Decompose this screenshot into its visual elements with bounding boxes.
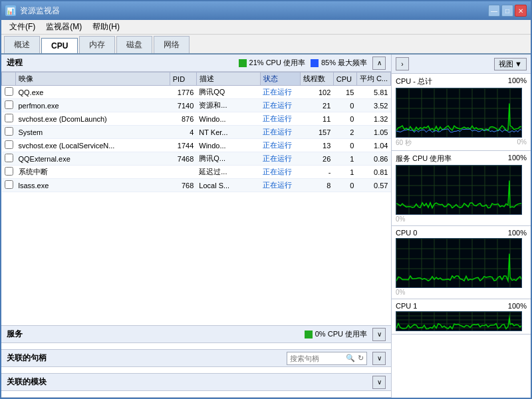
row-pid <box>170 166 196 179</box>
services-collapse-button[interactable]: ∨ <box>372 328 386 341</box>
row-threads: 8 <box>300 179 333 192</box>
row-checkbox[interactable] <box>2 86 16 99</box>
col-header-status[interactable]: 状态 <box>260 72 300 86</box>
row-image: svchost.exe (LocalServiceN... <box>16 139 170 152</box>
graph-cpu-total-canvas <box>396 88 522 138</box>
row-desc: Local S... <box>196 179 260 192</box>
row-checkbox[interactable] <box>2 99 16 112</box>
tab-overview[interactable]: 概述 <box>4 36 40 53</box>
process-table-container: 映像 PID 描述 状态 线程数 CPU 平均 C... QQ.exe <box>1 72 391 325</box>
right-expand-button[interactable]: › <box>396 57 409 70</box>
row-status: 正在运行 <box>260 179 300 192</box>
graph-service-cpu-canvas <box>396 165 522 215</box>
row-desc: Windo... <box>196 139 260 152</box>
blue-dot-icon <box>311 59 319 67</box>
view-dropdown-icon: ▼ <box>515 60 522 68</box>
modules-collapse-button[interactable]: ∨ <box>372 376 386 389</box>
close-button[interactable]: ✕ <box>515 5 527 17</box>
row-cpu: 1 <box>333 166 356 179</box>
window-icon: 📊 <box>5 5 16 16</box>
menu-monitor[interactable]: 监视器(M) <box>41 20 87 34</box>
row-threads: 11 <box>300 112 333 126</box>
table-row[interactable]: 系统中断 延迟过... 正在运行 - 1 0.81 <box>2 166 391 179</box>
services-header[interactable]: 服务 0% CPU 使用率 ∨ <box>1 326 391 343</box>
table-row[interactable]: svchost.exe (LocalServiceN... 1744 Windo… <box>2 139 391 152</box>
col-header-avgcpu[interactable]: 平均 C... <box>356 72 390 86</box>
modules-header[interactable]: 关联的模块 ∨ <box>1 374 391 391</box>
handles-collapse-button[interactable]: ∨ <box>372 352 386 365</box>
menu-help[interactable]: 帮助(H) <box>87 20 125 34</box>
refresh-icon[interactable]: ↻ <box>358 354 364 362</box>
menu-file[interactable]: 文件(F) <box>4 20 41 34</box>
row-pid: 1776 <box>170 86 196 99</box>
right-panel: › 视图 ▼ CPU - 总计 100% 60 秒 0% <box>391 55 531 398</box>
row-threads: 157 <box>300 126 333 139</box>
row-avgcpu: 1.32 <box>356 112 390 126</box>
modules-section: 关联的模块 ∨ <box>1 374 391 398</box>
tab-network[interactable]: 网络 <box>154 36 190 53</box>
row-avgcpu: 0.86 <box>356 152 390 166</box>
green-dot-icon <box>239 59 247 67</box>
maximize-button[interactable]: □ <box>501 5 513 17</box>
col-header-cpu[interactable]: CPU <box>333 72 356 86</box>
handles-search-input[interactable] <box>290 354 343 362</box>
services-cpu-label: 0% CPU 使用率 <box>315 329 367 339</box>
graph-cpu1-canvas <box>396 311 522 331</box>
row-status: 正在运行 <box>260 152 300 166</box>
col-header-threads[interactable]: 线程数 <box>300 72 333 86</box>
view-button[interactable]: 视图 ▼ <box>494 58 527 70</box>
window-title: 资源监视器 <box>20 5 60 17</box>
row-desc: 腾讯QQ <box>196 86 260 99</box>
services-cpu-indicator: 0% CPU 使用率 <box>305 329 367 339</box>
graph-cpu0-canvas <box>396 238 522 288</box>
graph-cpu0: CPU 0 100% 0% <box>392 226 531 299</box>
tab-disk[interactable]: 磁盘 <box>116 36 152 53</box>
graph-service-cpu-label: 服务 CPU 使用率 100% <box>396 154 527 164</box>
table-row[interactable]: perfmon.exe 7140 资源和... 正在运行 21 0 3.52 <box>2 99 391 112</box>
title-buttons: — □ ✕ <box>488 5 527 17</box>
table-row[interactable]: svchost.exe (DcomLaunch) 876 Windo... 正在… <box>2 112 391 126</box>
col-header-image[interactable]: 映像 <box>16 72 170 86</box>
tab-cpu[interactable]: CPU <box>41 38 78 53</box>
row-avgcpu: 1.04 <box>356 139 390 152</box>
row-threads: - <box>300 166 333 179</box>
minimize-button[interactable]: — <box>488 5 500 17</box>
handles-section: 关联的句柄 🔍 ↻ ∨ <box>1 350 391 374</box>
row-avgcpu: 1.05 <box>356 126 390 139</box>
process-collapse-button[interactable]: ∧ <box>372 57 386 70</box>
row-checkbox[interactable] <box>2 179 16 192</box>
title-bar: 📊 资源监视器 — □ ✕ <box>1 1 531 20</box>
graph-cpu-total-max: 100% <box>508 76 527 86</box>
row-cpu: 2 <box>333 126 356 139</box>
left-panel: 进程 21% CPU 使用率 85% 最大频率 ∧ <box>1 55 391 398</box>
handles-header[interactable]: 关联的句柄 🔍 ↻ ∨ <box>1 350 391 367</box>
row-desc: 资源和... <box>196 99 260 112</box>
graph-cpu0-scale: 0% <box>396 289 527 296</box>
table-row[interactable]: QQExternal.exe 7468 腾讯Q... 正在运行 26 1 0.8… <box>2 152 391 166</box>
table-row[interactable]: System 4 NT Ker... 正在运行 157 2 1.05 <box>2 126 391 139</box>
row-checkbox[interactable] <box>2 112 16 126</box>
search-icon: 🔍 <box>346 354 355 362</box>
table-row[interactable]: lsass.exe 768 Local S... 正在运行 8 0 0.57 <box>2 179 391 192</box>
row-avgcpu: 0.81 <box>356 166 390 179</box>
row-pid: 7468 <box>170 152 196 166</box>
col-header-pid[interactable]: PID <box>170 72 196 86</box>
row-checkbox[interactable] <box>2 152 16 166</box>
graph-service-cpu-title: 服务 CPU 使用率 <box>396 154 452 164</box>
row-status: 正在运行 <box>260 86 300 99</box>
graph-cpu-total-label: CPU - 总计 100% <box>396 76 527 86</box>
process-section: 进程 21% CPU 使用率 85% 最大频率 ∧ <box>1 55 391 326</box>
graph-cpu0-min: 0% <box>396 289 405 296</box>
col-header-desc[interactable]: 描述 <box>196 72 260 86</box>
row-status: 正在运行 <box>260 126 300 139</box>
handles-search-box: 🔍 ↻ <box>287 352 367 365</box>
table-row[interactable]: QQ.exe 1776 腾讯QQ 正在运行 102 15 5.81 <box>2 86 391 99</box>
row-checkbox[interactable] <box>2 126 16 139</box>
graph-cpu1-title: CPU 1 <box>396 302 417 310</box>
right-panel-header: › 视图 ▼ <box>392 55 531 74</box>
row-checkbox[interactable] <box>2 139 16 152</box>
row-checkbox[interactable] <box>2 166 16 179</box>
row-threads: 26 <box>300 152 333 166</box>
tab-memory[interactable]: 内存 <box>79 36 115 53</box>
row-pid: 768 <box>170 179 196 192</box>
